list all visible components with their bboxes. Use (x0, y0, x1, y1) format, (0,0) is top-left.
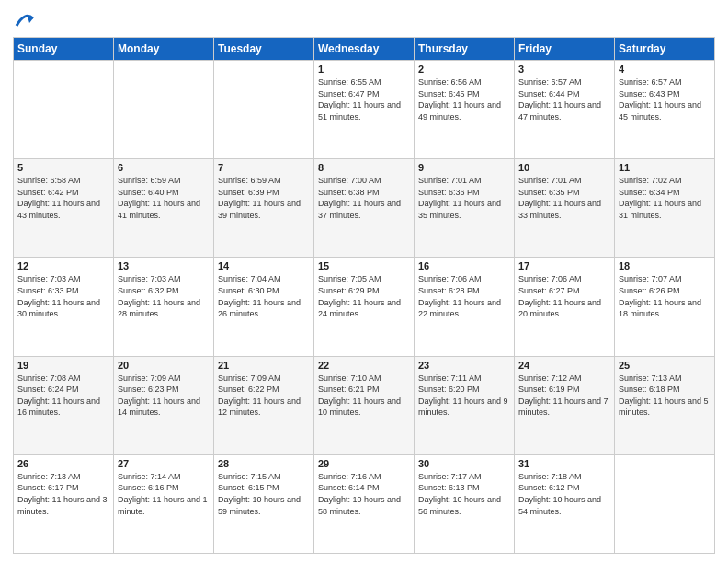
day-info: Sunrise: 7:02 AM Sunset: 6:34 PM Dayligh… (619, 175, 711, 221)
day-info: Sunrise: 7:12 AM Sunset: 6:19 PM Dayligh… (518, 373, 610, 419)
day-info: Sunrise: 7:00 AM Sunset: 6:38 PM Dayligh… (318, 175, 410, 221)
day-info: Sunrise: 7:05 AM Sunset: 6:29 PM Dayligh… (318, 273, 410, 319)
day-number: 3 (518, 63, 610, 75)
day-info: Sunrise: 7:09 AM Sunset: 6:23 PM Dayligh… (118, 373, 210, 419)
day-number: 14 (218, 260, 310, 271)
day-info: Sunrise: 7:07 AM Sunset: 6:26 PM Dayligh… (619, 273, 711, 319)
calendar: SundayMondayTuesdayWednesdayThursdayFrid… (13, 37, 715, 554)
day-info: Sunrise: 6:59 AM Sunset: 6:39 PM Dayligh… (218, 175, 310, 221)
day-number: 11 (619, 162, 711, 173)
day-number: 18 (619, 260, 711, 271)
weekday-header: Friday (515, 38, 615, 61)
day-info: Sunrise: 7:14 AM Sunset: 6:16 PM Dayligh… (118, 471, 210, 517)
day-info: Sunrise: 7:06 AM Sunset: 6:27 PM Dayligh… (518, 273, 610, 319)
calendar-cell: 15Sunrise: 7:05 AM Sunset: 6:29 PM Dayli… (314, 258, 415, 356)
calendar-cell: 7Sunrise: 6:59 AM Sunset: 6:39 PM Daylig… (214, 159, 314, 258)
day-number: 22 (318, 360, 410, 371)
day-number: 31 (518, 458, 610, 469)
day-info: Sunrise: 7:15 AM Sunset: 6:15 PM Dayligh… (218, 471, 310, 517)
calendar-cell: 6Sunrise: 6:59 AM Sunset: 6:40 PM Daylig… (114, 159, 214, 258)
calendar-cell: 29Sunrise: 7:16 AM Sunset: 6:14 PM Dayli… (314, 454, 415, 553)
calendar-cell: 21Sunrise: 7:09 AM Sunset: 6:22 PM Dayli… (214, 356, 314, 454)
calendar-cell: 10Sunrise: 7:01 AM Sunset: 6:35 PM Dayli… (515, 159, 615, 258)
header (13, 9, 715, 29)
day-number: 29 (318, 458, 410, 469)
calendar-cell: 14Sunrise: 7:04 AM Sunset: 6:30 PM Dayli… (214, 258, 314, 356)
logo-general (13, 9, 35, 29)
calendar-cell: 28Sunrise: 7:15 AM Sunset: 6:15 PM Dayli… (214, 454, 314, 553)
calendar-cell: 26Sunrise: 7:13 AM Sunset: 6:17 PM Dayli… (14, 454, 114, 553)
day-info: Sunrise: 6:57 AM Sunset: 6:44 PM Dayligh… (518, 76, 610, 122)
calendar-cell: 5Sunrise: 6:58 AM Sunset: 6:42 PM Daylig… (14, 159, 114, 258)
day-number: 2 (418, 63, 510, 75)
calendar-week-row: 26Sunrise: 7:13 AM Sunset: 6:17 PM Dayli… (14, 454, 715, 553)
day-info: Sunrise: 7:03 AM Sunset: 6:33 PM Dayligh… (17, 273, 109, 319)
day-number: 27 (118, 458, 210, 469)
day-number: 12 (17, 260, 109, 271)
calendar-cell: 1Sunrise: 6:55 AM Sunset: 6:47 PM Daylig… (314, 61, 415, 159)
calendar-cell: 12Sunrise: 7:03 AM Sunset: 6:33 PM Dayli… (14, 258, 114, 356)
day-info: Sunrise: 7:11 AM Sunset: 6:20 PM Dayligh… (418, 373, 510, 419)
day-number: 15 (318, 260, 410, 271)
calendar-cell: 31Sunrise: 7:18 AM Sunset: 6:12 PM Dayli… (515, 454, 615, 553)
logo (13, 9, 35, 29)
weekday-header: Sunday (14, 38, 114, 61)
calendar-cell: 17Sunrise: 7:06 AM Sunset: 6:27 PM Dayli… (515, 258, 615, 356)
day-number: 21 (218, 360, 310, 371)
day-info: Sunrise: 7:16 AM Sunset: 6:14 PM Dayligh… (318, 471, 410, 517)
day-info: Sunrise: 6:59 AM Sunset: 6:40 PM Dayligh… (118, 175, 210, 221)
day-number: 24 (518, 360, 610, 371)
calendar-week-row: 12Sunrise: 7:03 AM Sunset: 6:33 PM Dayli… (14, 258, 715, 356)
calendar-cell (615, 454, 715, 553)
calendar-cell: 22Sunrise: 7:10 AM Sunset: 6:21 PM Dayli… (314, 356, 415, 454)
day-number: 19 (17, 360, 109, 371)
day-number: 6 (118, 162, 210, 173)
calendar-cell (14, 61, 114, 159)
day-info: Sunrise: 6:55 AM Sunset: 6:47 PM Dayligh… (318, 76, 410, 122)
day-number: 5 (17, 162, 109, 173)
weekday-header: Saturday (615, 38, 715, 61)
calendar-cell: 8Sunrise: 7:00 AM Sunset: 6:38 PM Daylig… (314, 159, 415, 258)
day-number: 23 (418, 360, 510, 371)
logo-icon (15, 9, 35, 29)
calendar-cell: 27Sunrise: 7:14 AM Sunset: 6:16 PM Dayli… (114, 454, 214, 553)
day-number: 30 (418, 458, 510, 469)
day-info: Sunrise: 6:58 AM Sunset: 6:42 PM Dayligh… (17, 175, 109, 221)
day-number: 28 (218, 458, 310, 469)
calendar-cell: 16Sunrise: 7:06 AM Sunset: 6:28 PM Dayli… (415, 258, 515, 356)
calendar-cell: 2Sunrise: 6:56 AM Sunset: 6:45 PM Daylig… (415, 61, 515, 159)
day-info: Sunrise: 7:13 AM Sunset: 6:17 PM Dayligh… (17, 471, 109, 517)
weekday-header: Wednesday (314, 38, 415, 61)
day-number: 4 (619, 63, 711, 75)
calendar-cell (214, 61, 314, 159)
weekday-header: Monday (114, 38, 214, 61)
calendar-week-row: 5Sunrise: 6:58 AM Sunset: 6:42 PM Daylig… (14, 159, 715, 258)
day-info: Sunrise: 7:01 AM Sunset: 6:36 PM Dayligh… (418, 175, 510, 221)
day-number: 26 (17, 458, 109, 469)
day-info: Sunrise: 6:57 AM Sunset: 6:43 PM Dayligh… (619, 76, 711, 122)
calendar-cell: 11Sunrise: 7:02 AM Sunset: 6:34 PM Dayli… (615, 159, 715, 258)
calendar-week-row: 19Sunrise: 7:08 AM Sunset: 6:24 PM Dayli… (14, 356, 715, 454)
weekday-header: Tuesday (214, 38, 314, 61)
day-number: 16 (418, 260, 510, 271)
day-info: Sunrise: 6:56 AM Sunset: 6:45 PM Dayligh… (418, 76, 510, 122)
day-info: Sunrise: 7:09 AM Sunset: 6:22 PM Dayligh… (218, 373, 310, 419)
calendar-header-row: SundayMondayTuesdayWednesdayThursdayFrid… (14, 38, 715, 61)
calendar-cell: 18Sunrise: 7:07 AM Sunset: 6:26 PM Dayli… (615, 258, 715, 356)
day-number: 13 (118, 260, 210, 271)
day-info: Sunrise: 7:01 AM Sunset: 6:35 PM Dayligh… (518, 175, 610, 221)
day-info: Sunrise: 7:06 AM Sunset: 6:28 PM Dayligh… (418, 273, 510, 319)
page: SundayMondayTuesdayWednesdayThursdayFrid… (0, 0, 728, 563)
calendar-week-row: 1Sunrise: 6:55 AM Sunset: 6:47 PM Daylig… (14, 61, 715, 159)
day-info: Sunrise: 7:10 AM Sunset: 6:21 PM Dayligh… (318, 373, 410, 419)
day-number: 7 (218, 162, 310, 173)
calendar-cell: 9Sunrise: 7:01 AM Sunset: 6:36 PM Daylig… (415, 159, 515, 258)
day-info: Sunrise: 7:04 AM Sunset: 6:30 PM Dayligh… (218, 273, 310, 319)
day-number: 8 (318, 162, 410, 173)
calendar-cell: 30Sunrise: 7:17 AM Sunset: 6:13 PM Dayli… (415, 454, 515, 553)
day-number: 25 (619, 360, 711, 371)
calendar-cell: 20Sunrise: 7:09 AM Sunset: 6:23 PM Dayli… (114, 356, 214, 454)
day-info: Sunrise: 7:18 AM Sunset: 6:12 PM Dayligh… (518, 471, 610, 517)
day-info: Sunrise: 7:17 AM Sunset: 6:13 PM Dayligh… (418, 471, 510, 517)
day-info: Sunrise: 7:08 AM Sunset: 6:24 PM Dayligh… (17, 373, 109, 419)
